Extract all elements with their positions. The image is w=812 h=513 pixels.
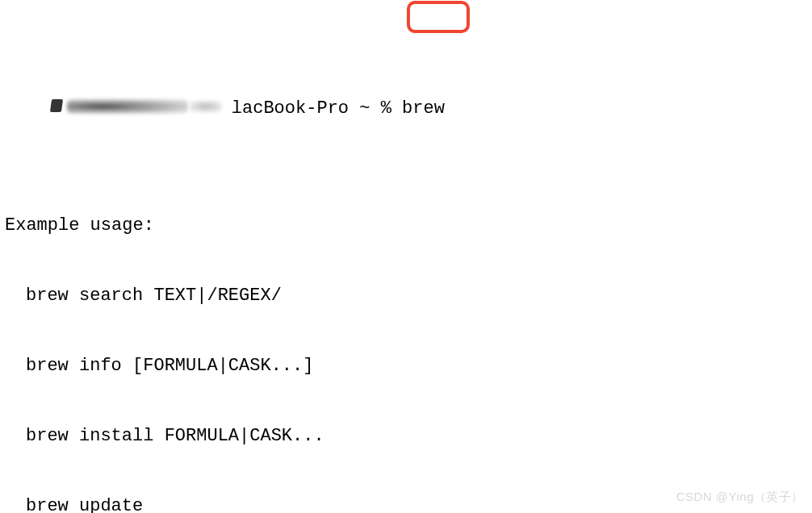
prompt-line: lacBook-Pro ~ % brew [5,73,812,144]
host-suffix: lacBook-Pro [232,98,349,119]
prompt-text: lacBook-Pro ~ % brew [232,98,445,119]
watermark-text: CSDN @Ying（英子） [676,485,804,508]
section-header: Example usage: [5,214,812,237]
output-line: brew install FORMULA|CASK... [5,424,812,448]
terminal-output[interactable]: lacBook-Pro ~ % brew Example usage: brew… [5,3,812,513]
typed-command: brew [402,98,445,119]
prompt-path: ~ [359,98,370,119]
prompt-symbol: % [381,98,391,119]
redacted-hostname [48,97,232,116]
output-line: brew info [FORMULA|CASK...] [5,354,812,377]
output-line: brew search TEXT|/REGEX/ [5,284,812,307]
